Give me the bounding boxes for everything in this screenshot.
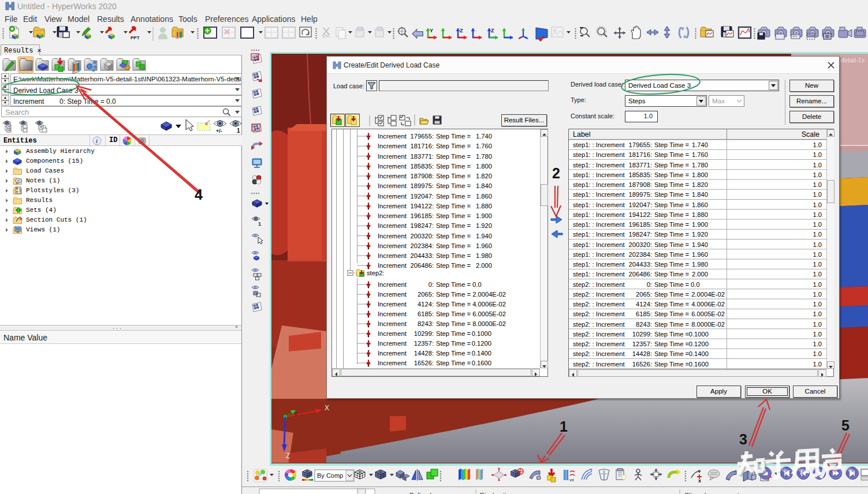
svg-text:0.1400: 0.1400 xyxy=(472,350,491,357)
svg-text:step1: : Increment: step1: : Increment xyxy=(573,251,625,258)
svg-text:step1: : Increment: step1: : Increment xyxy=(573,271,625,278)
svg-text:Step Time =: Step Time = xyxy=(436,301,471,308)
svg-text:step1: : Increment: step1: : Increment xyxy=(573,261,625,268)
svg-text:Step Time =: Step Time = xyxy=(436,203,471,209)
svg-text:1.920: 1.920 xyxy=(476,222,492,229)
svg-text:8243:: 8243: xyxy=(418,320,434,327)
svg-text:0.1400: 0.1400 xyxy=(689,350,709,357)
svg-text:1.780: 1.780 xyxy=(692,162,708,169)
svg-text:step1: : Increment: step1: : Increment xyxy=(573,231,625,238)
svg-text:X: X xyxy=(325,404,329,412)
svg-text:179655:: 179655: xyxy=(629,141,652,148)
svg-text:Step Time = 0.0: Step Time = 0.0 xyxy=(436,281,482,288)
svg-text:1.0: 1.0 xyxy=(813,201,822,208)
svg-text:196185:: 196185: xyxy=(411,212,434,219)
svg-text:Increment: Increment xyxy=(378,133,407,140)
svg-text:step2: : Increment: step2: : Increment xyxy=(573,291,625,298)
svg-text:Step Time =: Step Time = xyxy=(654,241,689,248)
svg-text:200320:: 200320: xyxy=(411,233,434,239)
svg-text:204433:: 204433: xyxy=(411,252,434,259)
svg-text:step2: : Increment: step2: : Increment xyxy=(573,350,625,357)
svg-text:x: x xyxy=(698,478,701,484)
svg-text:Step Time =: Step Time = xyxy=(654,141,689,148)
svg-text:1.880: 1.880 xyxy=(692,211,708,218)
svg-text:Increment: Increment xyxy=(378,193,407,200)
svg-text:Step Time =: Step Time = xyxy=(654,261,689,268)
svg-text:Increment: Increment xyxy=(378,320,407,327)
svg-text:1.840: 1.840 xyxy=(692,191,708,198)
svg-text:Step Time =: Step Time = xyxy=(436,262,471,269)
svg-text:198247:: 198247: xyxy=(411,222,434,229)
svg-text:Step Time =: Step Time = xyxy=(654,221,689,228)
svg-text:189975:: 189975: xyxy=(629,191,652,198)
svg-text:1.0: 1.0 xyxy=(813,231,822,238)
svg-text:1.0: 1.0 xyxy=(813,191,822,198)
svg-text:step2:: step2: xyxy=(367,270,384,276)
svg-text:Clipped components:: Clipped components: xyxy=(684,492,744,494)
svg-text:1.760: 1.760 xyxy=(692,151,708,158)
svg-text:Step Time =: Step Time = xyxy=(436,310,471,317)
svg-text:Increment: Increment xyxy=(378,173,407,179)
svg-text:1.0: 1.0 xyxy=(813,340,822,347)
svg-text:Step Time =: Step Time = xyxy=(436,340,471,347)
svg-text:6.0005E-02: 6.0005E-02 xyxy=(691,310,725,317)
svg-text:Increment: Increment xyxy=(378,262,407,269)
svg-text:Step Time =: Step Time = xyxy=(654,321,689,328)
svg-text:204433:: 204433: xyxy=(629,261,652,268)
svg-text:1.0: 1.0 xyxy=(813,321,822,328)
svg-text:1.980: 1.980 xyxy=(476,252,492,259)
svg-text:1.0: 1.0 xyxy=(813,291,822,298)
svg-text:181716:: 181716: xyxy=(629,151,652,158)
svg-text:200320:: 200320: xyxy=(629,241,652,248)
svg-text:Displ options:: Displ options: xyxy=(480,492,518,494)
svg-text:4124:: 4124: xyxy=(418,301,434,308)
svg-text:Y: Y xyxy=(430,28,433,33)
svg-text:16526:: 16526: xyxy=(632,361,652,368)
svg-text:Step Time =: Step Time = xyxy=(654,151,689,158)
svg-text:Step Time =: Step Time = xyxy=(436,291,471,298)
svg-text:Increment: Increment xyxy=(378,310,407,317)
svg-text:Step Time =: Step Time = xyxy=(436,222,471,229)
svg-text:Increment: Increment xyxy=(378,252,407,259)
svg-text:194122:: 194122: xyxy=(629,211,652,218)
svg-text:Step Time =: Step Time = xyxy=(654,301,689,308)
svg-text:1.0: 1.0 xyxy=(813,181,822,188)
svg-text:185835:: 185835: xyxy=(411,163,434,170)
svg-text:By Comp: By Comp xyxy=(317,472,343,479)
svg-text:1.840: 1.840 xyxy=(476,182,492,189)
svg-text:12357:: 12357: xyxy=(414,340,434,347)
svg-text:1.740: 1.740 xyxy=(692,141,708,148)
svg-text:10299:: 10299: xyxy=(632,331,652,338)
svg-text:1.880: 1.880 xyxy=(476,203,492,209)
svg-text:8.0000E-02: 8.0000E-02 xyxy=(691,321,725,328)
svg-text:Step Time =: Step Time = xyxy=(436,153,471,160)
svg-text:step2: : Increment: step2: : Increment xyxy=(573,310,625,317)
svg-text:PPT: PPT xyxy=(131,35,140,40)
svg-text:181716:: 181716: xyxy=(411,143,434,149)
svg-text:Increment: Increment xyxy=(378,330,407,337)
svg-text:Step Time =: Step Time = xyxy=(436,360,471,366)
svg-text:14428:: 14428: xyxy=(414,350,434,357)
svg-text:185835:: 185835: xyxy=(629,171,652,178)
svg-text:Y: Y xyxy=(293,411,298,419)
svg-text:Increment: Increment xyxy=(378,281,407,288)
svg-text:Step Time =: Step Time = xyxy=(436,350,471,357)
svg-text:189975:: 189975: xyxy=(411,182,434,189)
svg-text:4124:: 4124: xyxy=(636,301,652,308)
svg-text:2065:: 2065: xyxy=(636,291,652,298)
svg-text:Step Time =: Step Time = xyxy=(436,143,471,149)
svg-text:0:: 0: xyxy=(429,281,434,288)
svg-text:Step Time =: Step Time = xyxy=(654,181,689,188)
svg-text:Increment: Increment xyxy=(378,222,407,229)
svg-text:10299:: 10299: xyxy=(414,330,434,337)
svg-text:1.960: 1.960 xyxy=(476,242,492,249)
svg-text:Increment: Increment xyxy=(378,153,407,160)
svg-text:192047:: 192047: xyxy=(411,193,434,200)
svg-text:Increment: Increment xyxy=(378,233,407,239)
svg-text:Step Time =: Step Time = xyxy=(654,331,689,338)
svg-text:step1: : Increment: step1: : Increment xyxy=(573,162,625,169)
svg-text:Step Time =: Step Time = xyxy=(654,310,689,317)
svg-text:1.940: 1.940 xyxy=(692,241,708,248)
svg-text:Increment: Increment xyxy=(378,143,407,149)
svg-text:4.0006E-02: 4.0006E-02 xyxy=(691,301,725,308)
